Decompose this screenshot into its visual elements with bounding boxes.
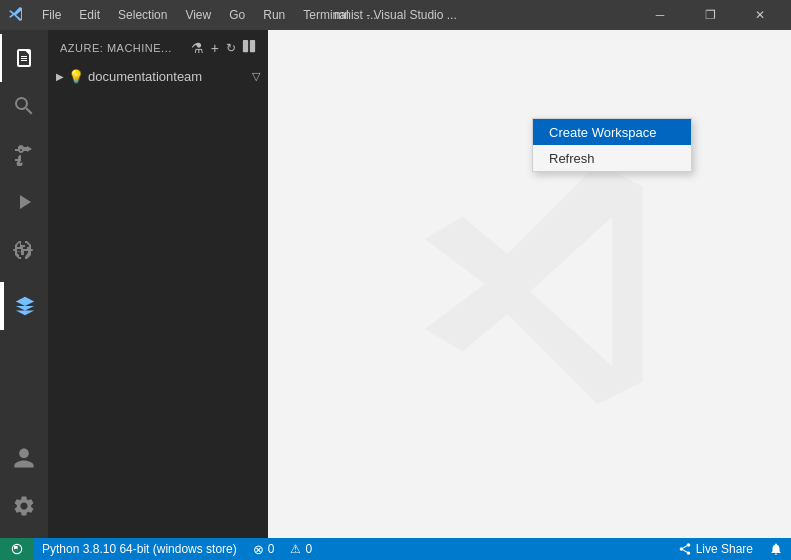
warning-count: 0 bbox=[305, 542, 312, 556]
title-bar-left: File Edit Selection View Go Run Terminal… bbox=[8, 6, 385, 25]
refresh-icon[interactable]: ↻ bbox=[226, 41, 237, 55]
maximize-button[interactable]: ❐ bbox=[687, 0, 733, 30]
status-bar-right: Live Share bbox=[670, 538, 791, 560]
live-share-label: Live Share bbox=[696, 542, 753, 556]
status-python-label: Python 3.8.10 64-bit (windows store) bbox=[42, 542, 237, 556]
sidebar-title: AZURE: MACHINE... bbox=[60, 42, 172, 54]
vscode-logo-icon bbox=[8, 6, 24, 25]
bell-icon bbox=[769, 542, 783, 556]
remote-icon bbox=[10, 542, 24, 556]
menu-file[interactable]: File bbox=[34, 6, 69, 24]
flask-icon[interactable]: ⚗ bbox=[191, 40, 205, 56]
sidebar-item-explorer[interactable] bbox=[0, 34, 48, 82]
status-python[interactable]: Python 3.8.10 64-bit (windows store) bbox=[34, 538, 245, 560]
sidebar-item-run[interactable] bbox=[0, 178, 48, 226]
sidebar-header: AZURE: MACHINE... ⚗ + ↻ bbox=[48, 30, 268, 65]
editor-area: Create Workspace Refresh bbox=[268, 30, 791, 538]
context-menu: Create Workspace Refresh bbox=[532, 118, 692, 172]
status-warnings[interactable]: ⚠ 0 bbox=[282, 538, 320, 560]
title-bar: File Edit Selection View Go Run Terminal… bbox=[0, 0, 791, 30]
menu-view[interactable]: View bbox=[177, 6, 219, 24]
status-errors[interactable]: ⊗ 0 bbox=[245, 538, 283, 560]
activity-bar-bottom bbox=[0, 434, 48, 538]
tree-item-label: documentationteam bbox=[88, 69, 202, 84]
context-menu-item-refresh[interactable]: Refresh bbox=[533, 145, 691, 171]
sidebar-item-extensions[interactable] bbox=[0, 226, 48, 274]
menu-run[interactable]: Run bbox=[255, 6, 293, 24]
status-bar-left: Python 3.8.10 64-bit (windows store) ⊗ 0… bbox=[0, 538, 320, 560]
window-title: mnist - Visual Studio ... bbox=[334, 8, 457, 22]
close-button[interactable]: ✕ bbox=[737, 0, 783, 30]
status-remote[interactable] bbox=[0, 538, 34, 560]
tree-key-icon: 💡 bbox=[68, 69, 84, 84]
menu-go[interactable]: Go bbox=[221, 6, 253, 24]
activity-bar bbox=[0, 30, 48, 538]
error-count: 0 bbox=[268, 542, 275, 556]
sidebar-item-search[interactable] bbox=[0, 82, 48, 130]
status-live-share[interactable]: Live Share bbox=[670, 538, 761, 560]
menu-edit[interactable]: Edit bbox=[71, 6, 108, 24]
sidebar-item-settings[interactable] bbox=[0, 482, 48, 530]
error-icon: ⊗ bbox=[253, 542, 264, 557]
menu-selection[interactable]: Selection bbox=[110, 6, 175, 24]
status-notifications[interactable] bbox=[761, 538, 791, 560]
tree-expand-icon: ▶ bbox=[56, 71, 64, 82]
vscode-watermark-icon bbox=[380, 134, 680, 434]
sidebar-panel: AZURE: MACHINE... ⚗ + ↻ ▶ 💡 bbox=[48, 30, 268, 538]
tree-item-documentationteam[interactable]: ▶ 💡 documentationteam ▽ bbox=[48, 65, 268, 87]
minimize-button[interactable]: ─ bbox=[637, 0, 683, 30]
svg-rect-1 bbox=[250, 40, 255, 52]
menu-bar: File Edit Selection View Go Run Terminal… bbox=[34, 6, 385, 24]
layout-icon[interactable] bbox=[242, 39, 256, 56]
warning-icon: ⚠ bbox=[290, 542, 301, 556]
sidebar-item-source-control[interactable] bbox=[0, 130, 48, 178]
live-share-icon bbox=[678, 542, 692, 556]
status-bar: Python 3.8.10 64-bit (windows store) ⊗ 0… bbox=[0, 538, 791, 560]
sidebar-header-actions: ⚗ + ↻ bbox=[191, 39, 256, 56]
main-area: AZURE: MACHINE... ⚗ + ↻ ▶ 💡 bbox=[0, 30, 791, 538]
context-menu-item-create-workspace[interactable]: Create Workspace bbox=[533, 119, 691, 145]
sidebar-item-azure-ml[interactable] bbox=[0, 282, 48, 330]
svg-rect-0 bbox=[243, 40, 248, 52]
window-controls: ─ ❐ ✕ bbox=[637, 0, 783, 30]
add-icon[interactable]: + bbox=[211, 40, 220, 56]
filter-icon: ▽ bbox=[252, 70, 260, 83]
sidebar-item-account[interactable] bbox=[0, 434, 48, 482]
